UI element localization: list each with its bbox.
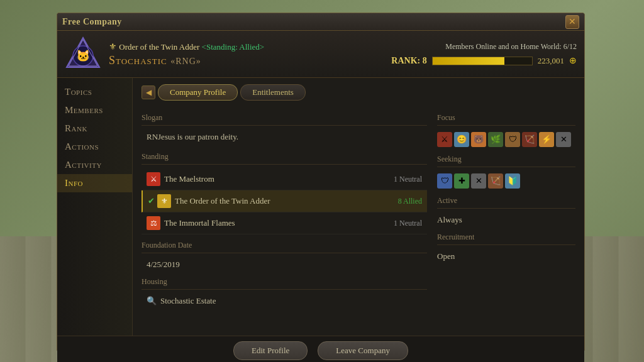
sidebar-item-info[interactable]: Info	[57, 174, 132, 192]
svg-text:🐱: 🐱	[76, 49, 91, 63]
main-content: ◀ Company Profile Entitlements Slogan RN…	[133, 78, 584, 336]
seeking-icons-row: 🛡 ✚ ✕ 🏹 🔰	[437, 171, 575, 191]
focus-icon-6: 🏹	[522, 132, 537, 147]
rank-bar-fill	[433, 57, 504, 65]
gc-name: Order of the Twin Adder	[119, 42, 199, 52]
standing-twin-adder: ✔ ⚜ The Order of the Twin Adder 8 Allied	[142, 190, 427, 212]
housing-label: Housing	[142, 277, 427, 287]
foundation-date: 4/25/2019	[142, 257, 427, 272]
maelstrom-name: The Maelstrom	[164, 174, 394, 184]
header-right: Members Online and on Home World: 6/12 R…	[391, 42, 577, 66]
gc-standing: <Standing: Allied>	[202, 42, 265, 52]
company-tag: «RNG»	[170, 57, 201, 66]
rank-icon: ⊕	[569, 55, 577, 66]
edit-profile-button[interactable]: Edit Profile	[233, 341, 308, 360]
sidebar-item-topics[interactable]: Topics	[57, 83, 132, 101]
maelstrom-value: 1 Neutral	[394, 175, 422, 184]
sidebar-item-rank[interactable]: Rank	[57, 119, 132, 138]
rank-bar-container: RANK: 8 223,001 ⊕	[391, 55, 577, 66]
foundation-divider	[142, 253, 427, 253]
seeking-label: Seeking	[437, 155, 575, 164]
gc-standing-line: ⚜ Order of the Twin Adder <Standing: All…	[109, 41, 391, 52]
rank-points: 223,001	[538, 56, 564, 66]
leave-company-button[interactable]: Leave Company	[318, 341, 408, 360]
sidebar: Topics Members Rank Actions Activity Inf…	[57, 78, 133, 336]
seeking-icon-5: 🔰	[505, 173, 520, 189]
twin-adder-icon: ⚜	[157, 194, 171, 208]
members-online: Members Online and on Home World: 6/12	[391, 42, 577, 52]
header-info: ⚜ Order of the Twin Adder <Standing: All…	[109, 41, 391, 67]
housing-search-icon: 🔍	[147, 296, 157, 306]
housing-name: Stochastic Estate	[160, 296, 216, 306]
standing-divider	[142, 164, 427, 165]
active-label: Active	[437, 196, 575, 206]
focus-icon-2: 😊	[454, 132, 469, 147]
body-layout: Topics Members Rank Actions Activity Inf…	[57, 78, 584, 336]
slogan-text: RNJesus is our patron deity.	[142, 129, 427, 145]
focus-icons-row: ⚔ 😊 🐻 🌿 🛡 🏹 ⚡ ✕	[437, 129, 575, 150]
slogan-label: Slogan	[142, 113, 427, 123]
company-name: Stochastic «RNG»	[109, 54, 391, 67]
sidebar-item-actions[interactable]: Actions	[57, 138, 132, 156]
immortal-flames-value: 1 Neutral	[394, 219, 422, 228]
focus-icon-8: ✕	[556, 132, 571, 147]
active-divider	[437, 208, 575, 209]
sidebar-item-members[interactable]: Members	[57, 101, 132, 119]
sidebar-item-activity[interactable]: Activity	[57, 156, 132, 174]
seeking-icon-2: ✚	[454, 173, 469, 189]
main-window: Free Company ✕ 🐱 ⚜ Order of the Twin Add…	[57, 13, 585, 352]
maelstrom-icon: ⚔	[147, 172, 160, 186]
recruitment-value: Open	[437, 249, 575, 264]
window-title: Free Company	[62, 17, 122, 27]
housing-divider	[142, 289, 427, 290]
twin-adder-name: The Order of the Twin Adder	[175, 196, 398, 206]
housing-row: 🔍 Stochastic Estate	[142, 293, 427, 309]
recruitment-divider	[437, 244, 575, 245]
focus-icon-4: 🌿	[488, 132, 503, 147]
focus-icon-7: ⚡	[539, 132, 554, 147]
active-value: Always	[437, 212, 575, 228]
rank-label: RANK: 8	[391, 56, 426, 66]
title-bar: Free Company ✕	[57, 13, 584, 31]
tab-prev-arrow[interactable]: ◀	[142, 85, 155, 99]
seeking-icon-3: ✕	[471, 173, 486, 189]
standing-maelstrom: ⚔ The Maelstrom 1 Neutral	[142, 168, 427, 190]
focus-label: Focus	[437, 113, 575, 123]
immortal-flames-icon: ⚖	[147, 216, 160, 230]
tab-company-profile[interactable]: Company Profile	[158, 84, 238, 101]
focus-icon-5: 🛡	[505, 132, 520, 147]
seeking-icon-4: 🏹	[488, 173, 503, 189]
standing-immortal-flames: ⚖ The Immortal Flames 1 Neutral	[142, 212, 427, 234]
immortal-flames-name: The Immortal Flames	[164, 218, 394, 228]
company-emblem: 🐱	[65, 36, 101, 72]
left-col: Slogan RNJesus is our patron deity. Stan…	[142, 108, 427, 309]
header-area: 🐱 ⚜ Order of the Twin Adder <Standing: A…	[57, 31, 584, 78]
seeking-divider	[437, 167, 575, 167]
two-col-layout: Slogan RNJesus is our patron deity. Stan…	[142, 108, 575, 309]
right-col: Focus ⚔ 😊 🐻 🌿 🛡 🏹 ⚡ ✕ Seeking	[437, 108, 575, 309]
slogan-divider	[142, 125, 427, 126]
foundation-label: Foundation Date	[142, 241, 427, 250]
twin-adder-value: 8 Allied	[398, 197, 422, 206]
focus-icon-3: 🐻	[471, 132, 486, 147]
bottom-buttons: Edit Profile Leave Company	[57, 336, 584, 362]
seeking-icon-1: 🛡	[437, 173, 452, 189]
recruitment-label: Recruitment	[437, 233, 575, 242]
twin-adder-check: ✔	[148, 196, 155, 206]
focus-divider	[437, 125, 575, 126]
close-button[interactable]: ✕	[565, 15, 579, 29]
standing-label: Standing	[142, 152, 427, 162]
tab-entitlements[interactable]: Entitlements	[240, 84, 306, 101]
rank-bar	[432, 57, 533, 65]
tabs-row: ◀ Company Profile Entitlements	[142, 84, 575, 101]
focus-icon-1: ⚔	[437, 132, 452, 147]
